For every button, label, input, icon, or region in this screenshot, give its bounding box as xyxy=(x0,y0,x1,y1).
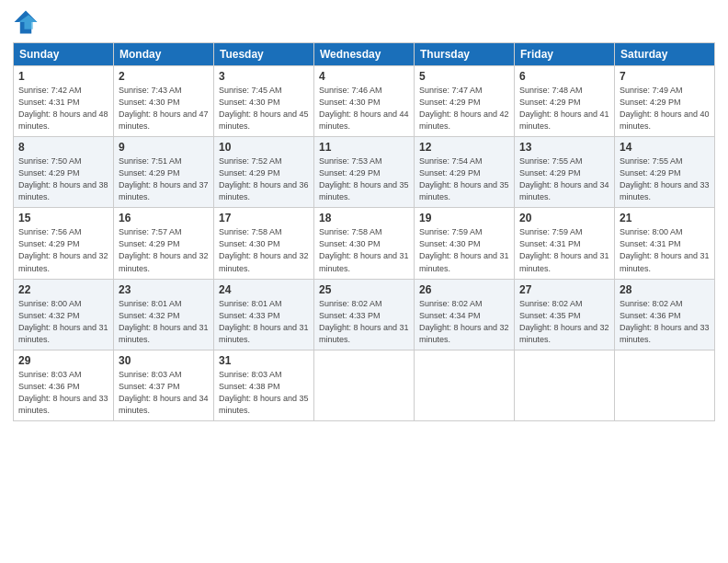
calendar-day-cell: 9Sunrise: 7:51 AMSunset: 4:29 PMDaylight… xyxy=(114,137,214,208)
calendar-week-row: 29Sunrise: 8:03 AMSunset: 4:36 PMDayligh… xyxy=(14,350,715,420)
day-number: 11 xyxy=(319,141,409,154)
calendar-day-cell: 31Sunrise: 8:03 AMSunset: 4:38 PMDayligh… xyxy=(214,350,314,420)
day-info: Sunrise: 7:58 AMSunset: 4:30 PMDaylight:… xyxy=(219,226,309,274)
day-info: Sunrise: 8:00 AMSunset: 4:31 PMDaylight:… xyxy=(620,226,710,274)
calendar-day-cell: 6Sunrise: 7:48 AMSunset: 4:29 PMDaylight… xyxy=(515,66,615,137)
logo-icon xyxy=(13,9,39,35)
day-number: 26 xyxy=(419,283,509,296)
day-info: Sunrise: 7:54 AMSunset: 4:29 PMDaylight:… xyxy=(419,155,509,203)
day-of-week-header: Saturday xyxy=(615,43,715,66)
day-info: Sunrise: 8:02 AMSunset: 4:36 PMDaylight:… xyxy=(620,298,710,346)
calendar-week-row: 15Sunrise: 7:56 AMSunset: 4:29 PMDayligh… xyxy=(14,208,715,279)
day-number: 6 xyxy=(519,70,609,83)
calendar-header-row: SundayMondayTuesdayWednesdayThursdayFrid… xyxy=(14,43,715,66)
day-number: 5 xyxy=(419,70,509,83)
day-info: Sunrise: 8:01 AMSunset: 4:32 PMDaylight:… xyxy=(119,298,209,346)
calendar-day-cell: 20Sunrise: 7:59 AMSunset: 4:31 PMDayligh… xyxy=(515,208,615,279)
day-number: 9 xyxy=(119,141,209,154)
day-number: 18 xyxy=(319,212,409,224)
day-number: 20 xyxy=(519,212,609,224)
calendar-day-cell xyxy=(515,350,615,420)
day-number: 28 xyxy=(620,283,710,296)
day-info: Sunrise: 8:02 AMSunset: 4:34 PMDaylight:… xyxy=(419,298,509,346)
calendar-day-cell: 1Sunrise: 7:42 AMSunset: 4:31 PMDaylight… xyxy=(14,66,114,137)
day-info: Sunrise: 8:03 AMSunset: 4:36 PMDaylight:… xyxy=(18,369,108,417)
calendar-day-cell: 2Sunrise: 7:43 AMSunset: 4:30 PMDaylight… xyxy=(114,66,214,137)
day-number: 10 xyxy=(219,141,309,154)
day-info: Sunrise: 7:43 AMSunset: 4:30 PMDaylight:… xyxy=(119,85,209,132)
day-info: Sunrise: 8:02 AMSunset: 4:33 PMDaylight:… xyxy=(319,298,409,346)
calendar-day-cell: 19Sunrise: 7:59 AMSunset: 4:30 PMDayligh… xyxy=(415,208,515,279)
day-number: 2 xyxy=(119,70,209,83)
day-info: Sunrise: 8:03 AMSunset: 4:37 PMDaylight:… xyxy=(119,369,209,417)
calendar-day-cell xyxy=(615,350,715,420)
calendar-day-cell: 29Sunrise: 8:03 AMSunset: 4:36 PMDayligh… xyxy=(14,350,114,420)
calendar-day-cell: 12Sunrise: 7:54 AMSunset: 4:29 PMDayligh… xyxy=(415,137,515,208)
calendar-day-cell: 5Sunrise: 7:47 AMSunset: 4:29 PMDaylight… xyxy=(415,66,515,137)
calendar-day-cell: 3Sunrise: 7:45 AMSunset: 4:30 PMDaylight… xyxy=(214,66,314,137)
day-number: 4 xyxy=(319,70,409,83)
calendar-day-cell: 7Sunrise: 7:49 AMSunset: 4:29 PMDaylight… xyxy=(615,66,715,137)
day-number: 17 xyxy=(219,212,309,224)
day-of-week-header: Wednesday xyxy=(314,43,415,66)
day-of-week-header: Thursday xyxy=(415,43,515,66)
logo xyxy=(13,9,42,35)
day-info: Sunrise: 7:56 AMSunset: 4:29 PMDaylight:… xyxy=(18,226,108,274)
calendar-day-cell: 15Sunrise: 7:56 AMSunset: 4:29 PMDayligh… xyxy=(14,208,114,279)
day-number: 13 xyxy=(519,141,609,154)
day-number: 24 xyxy=(219,283,309,296)
day-number: 14 xyxy=(620,141,710,154)
page: SundayMondayTuesdayWednesdayThursdayFrid… xyxy=(0,0,728,563)
day-number: 3 xyxy=(219,70,309,83)
day-info: Sunrise: 7:47 AMSunset: 4:29 PMDaylight:… xyxy=(419,85,509,132)
header xyxy=(13,9,715,35)
calendar-day-cell: 21Sunrise: 8:00 AMSunset: 4:31 PMDayligh… xyxy=(615,208,715,279)
day-info: Sunrise: 7:51 AMSunset: 4:29 PMDaylight:… xyxy=(119,155,209,203)
calendar-day-cell: 26Sunrise: 8:02 AMSunset: 4:34 PMDayligh… xyxy=(415,279,515,350)
day-number: 31 xyxy=(219,354,309,367)
day-number: 21 xyxy=(620,212,710,224)
calendar-day-cell: 13Sunrise: 7:55 AMSunset: 4:29 PMDayligh… xyxy=(515,137,615,208)
calendar-day-cell xyxy=(314,350,415,420)
day-info: Sunrise: 7:55 AMSunset: 4:29 PMDaylight:… xyxy=(519,155,609,203)
day-info: Sunrise: 7:53 AMSunset: 4:29 PMDaylight:… xyxy=(319,155,409,203)
day-number: 15 xyxy=(18,212,108,224)
calendar-day-cell: 24Sunrise: 8:01 AMSunset: 4:33 PMDayligh… xyxy=(214,279,314,350)
day-number: 27 xyxy=(519,283,609,296)
calendar-day-cell: 18Sunrise: 7:58 AMSunset: 4:30 PMDayligh… xyxy=(314,208,415,279)
day-number: 23 xyxy=(119,283,209,296)
calendar-day-cell: 25Sunrise: 8:02 AMSunset: 4:33 PMDayligh… xyxy=(314,279,415,350)
day-info: Sunrise: 7:55 AMSunset: 4:29 PMDaylight:… xyxy=(620,155,710,203)
calendar-week-row: 8Sunrise: 7:50 AMSunset: 4:29 PMDaylight… xyxy=(14,137,715,208)
day-info: Sunrise: 8:02 AMSunset: 4:35 PMDaylight:… xyxy=(519,298,609,346)
calendar-day-cell: 14Sunrise: 7:55 AMSunset: 4:29 PMDayligh… xyxy=(615,137,715,208)
day-of-week-header: Tuesday xyxy=(214,43,314,66)
calendar-table: SundayMondayTuesdayWednesdayThursdayFrid… xyxy=(13,42,715,421)
day-info: Sunrise: 8:00 AMSunset: 4:32 PMDaylight:… xyxy=(18,298,108,346)
day-info: Sunrise: 7:59 AMSunset: 4:31 PMDaylight:… xyxy=(519,226,609,274)
day-info: Sunrise: 7:42 AMSunset: 4:31 PMDaylight:… xyxy=(18,85,108,132)
day-number: 16 xyxy=(119,212,209,224)
calendar-day-cell: 16Sunrise: 7:57 AMSunset: 4:29 PMDayligh… xyxy=(114,208,214,279)
day-info: Sunrise: 8:03 AMSunset: 4:38 PMDaylight:… xyxy=(219,369,309,417)
day-number: 22 xyxy=(18,283,108,296)
day-info: Sunrise: 7:46 AMSunset: 4:30 PMDaylight:… xyxy=(319,85,409,132)
day-info: Sunrise: 7:48 AMSunset: 4:29 PMDaylight:… xyxy=(519,85,609,132)
day-number: 7 xyxy=(620,70,710,83)
day-of-week-header: Monday xyxy=(114,43,214,66)
calendar-day-cell: 28Sunrise: 8:02 AMSunset: 4:36 PMDayligh… xyxy=(615,279,715,350)
calendar-day-cell: 17Sunrise: 7:58 AMSunset: 4:30 PMDayligh… xyxy=(214,208,314,279)
calendar-day-cell: 30Sunrise: 8:03 AMSunset: 4:37 PMDayligh… xyxy=(114,350,214,420)
day-number: 19 xyxy=(419,212,509,224)
calendar-day-cell: 10Sunrise: 7:52 AMSunset: 4:29 PMDayligh… xyxy=(214,137,314,208)
day-info: Sunrise: 8:01 AMSunset: 4:33 PMDaylight:… xyxy=(219,298,309,346)
calendar-day-cell: 27Sunrise: 8:02 AMSunset: 4:35 PMDayligh… xyxy=(515,279,615,350)
day-number: 8 xyxy=(18,141,108,154)
day-info: Sunrise: 7:50 AMSunset: 4:29 PMDaylight:… xyxy=(18,155,108,203)
day-number: 30 xyxy=(119,354,209,367)
calendar-day-cell xyxy=(415,350,515,420)
day-of-week-header: Friday xyxy=(515,43,615,66)
day-number: 29 xyxy=(18,354,108,367)
calendar-week-row: 22Sunrise: 8:00 AMSunset: 4:32 PMDayligh… xyxy=(14,279,715,350)
day-info: Sunrise: 7:52 AMSunset: 4:29 PMDaylight:… xyxy=(219,155,309,203)
